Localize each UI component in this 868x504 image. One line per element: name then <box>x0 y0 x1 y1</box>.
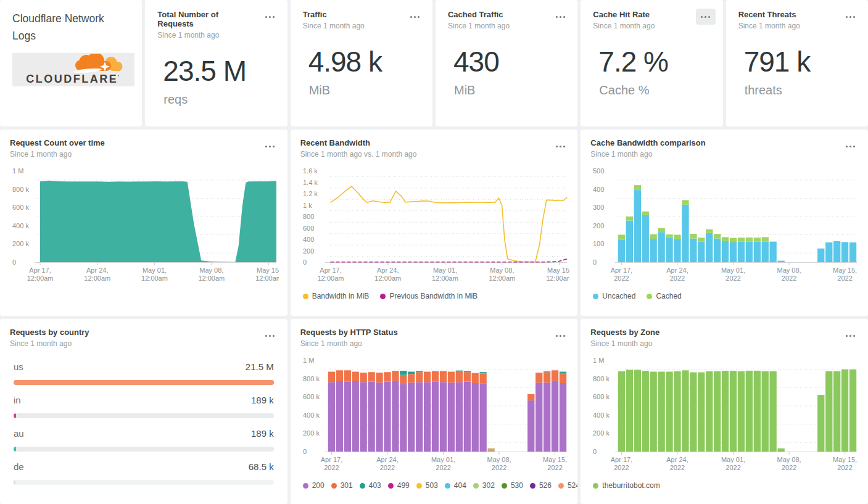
svg-text:Apr 24,: Apr 24, <box>86 266 108 274</box>
stat-subtitle: Since 1 month ago <box>448 22 565 30</box>
svg-text:400 k: 400 k <box>12 222 29 229</box>
menu-button[interactable] <box>260 9 280 25</box>
svg-text:12:00am: 12:00am <box>198 275 225 282</box>
legend-item-526[interactable]: 526 <box>530 481 552 490</box>
legend-item-530[interactable]: 530 <box>502 481 523 490</box>
svg-text:1 M: 1 M <box>12 167 23 175</box>
svg-text:Apr 17,: Apr 17, <box>320 456 342 463</box>
svg-text:12:00am: 12:00am <box>432 275 458 282</box>
svg-text:200 k: 200 k <box>593 429 610 437</box>
svg-text:400: 400 <box>303 236 314 243</box>
legend-item-uncached[interactable]: Uncached <box>593 292 635 300</box>
svg-text:2022: 2022 <box>491 464 506 471</box>
svg-text:May 15,: May 15, <box>543 456 567 463</box>
svg-text:2022: 2022 <box>726 275 741 282</box>
stat-subtitle: Since 1 month ago <box>157 31 275 39</box>
country-row-au: au189 k <box>14 428 274 452</box>
legend-dot-icon <box>303 483 308 489</box>
stat-value: 7.2 % <box>598 45 710 78</box>
menu-button[interactable] <box>841 9 861 25</box>
menu-button[interactable] <box>841 138 861 154</box>
country-value: 21.5 M <box>246 361 274 372</box>
svg-text:May 01,: May 01, <box>433 266 457 274</box>
legend-item-404[interactable]: 404 <box>445 481 466 490</box>
legend-item-cached[interactable]: Cached <box>647 292 681 300</box>
legend-label: 200 <box>312 481 324 490</box>
cloudflare-cloud-icon <box>58 54 131 73</box>
legend-item-499[interactable]: 499 <box>388 481 410 490</box>
menu-button[interactable] <box>696 9 716 25</box>
svg-text:May 15,: May 15, <box>833 456 857 463</box>
svg-text:800: 800 <box>303 213 314 220</box>
menu-button[interactable] <box>260 138 280 154</box>
legend-item-200[interactable]: 200 <box>303 481 324 490</box>
svg-text:2022: 2022 <box>670 275 685 282</box>
recent-bandwidth-chart[interactable]: 02004006008001 k1.2 k1.4 k1.6 kApr 17,12… <box>300 163 568 289</box>
svg-text:Apr 17,: Apr 17, <box>611 266 632 274</box>
zone-chart[interactable]: 0200 k400 k600 k800 k1 MApr 17,2022Apr 2… <box>590 353 858 479</box>
svg-text:May 15,: May 15, <box>257 266 279 274</box>
svg-text:200: 200 <box>303 247 314 255</box>
menu-button[interactable] <box>550 138 570 154</box>
svg-text:2022: 2022 <box>614 464 629 471</box>
menu-button[interactable] <box>405 9 425 25</box>
charts-row-2: Requests by country Since 1 month ago us… <box>0 319 868 504</box>
chart-subtitle: Since 1 month ago <box>10 339 278 348</box>
svg-text:0: 0 <box>303 258 307 266</box>
svg-text:Apr 17,: Apr 17, <box>320 266 341 274</box>
chart-subtitle: Since 1 month ago <box>300 339 568 348</box>
chart-card-request-count: Request Count over time Since 1 month ag… <box>0 130 287 316</box>
legend-label: 301 <box>341 481 353 490</box>
svg-text:May 08,: May 08, <box>487 456 511 463</box>
menu-button[interactable] <box>550 328 570 344</box>
cache-bandwidth-chart[interactable]: 0100200300400500Apr 17,2022Apr 24,2022Ma… <box>590 163 858 289</box>
legend-item-301[interactable]: 301 <box>331 481 353 490</box>
http-status-chart[interactable]: 0200 k400 k600 k800 k1 MApr 17,2022Apr 2… <box>300 353 568 479</box>
menu-button[interactable] <box>550 9 570 25</box>
legend-item-theburritobot-com[interactable]: theburritobot.com <box>593 481 659 490</box>
legend-item-previous-bandwidth-in-mib[interactable]: Previous Bandwidth in MiB <box>380 292 477 300</box>
legend-label: 404 <box>454 481 466 490</box>
svg-text:2022: 2022 <box>379 464 394 471</box>
chart-card-requests-by-country: Requests by country Since 1 month ago us… <box>0 319 287 504</box>
svg-text:May 08,: May 08, <box>777 266 801 274</box>
country-list: us21.5 Min189 kau189 kde68.5 k <box>10 361 278 485</box>
svg-text:0: 0 <box>12 258 16 266</box>
svg-text:1 k: 1 k <box>303 202 312 209</box>
svg-text:0: 0 <box>593 258 597 266</box>
chart-subtitle: Since 1 month ago vs. 1 month ago <box>300 150 568 159</box>
chart-title: Cache Bandwidth comparison <box>590 138 858 147</box>
legend-item-bandwidth-in-mib[interactable]: Bandwidth in MiB <box>303 292 370 300</box>
chart-subtitle: Since 1 month ago <box>10 150 278 159</box>
dashboard: Cloudflare Network Logs CLOU <box>0 0 868 504</box>
legend-dot-icon <box>593 483 598 489</box>
svg-text:Apr 24,: Apr 24, <box>376 456 398 463</box>
stats-row: Cloudflare Network Logs CLOU <box>0 0 868 126</box>
chart-title: Requests by country <box>10 328 278 337</box>
stat-card-cached-traffic: Cached Traffic Since 1 month ago 430 MiB <box>436 0 577 126</box>
svg-text:500: 500 <box>593 167 604 175</box>
request-count-chart[interactable]: 0200 k400 k600 k800 k1 MApr 17,12:00amAp… <box>10 163 278 289</box>
svg-text:May 15,: May 15, <box>547 266 569 274</box>
svg-text:2022: 2022 <box>782 464 796 471</box>
legend-dot-icon <box>593 294 598 299</box>
legend-item-403[interactable]: 403 <box>360 481 381 490</box>
svg-text:600: 600 <box>303 225 314 232</box>
country-bar-track <box>14 480 274 485</box>
svg-text:May 01,: May 01, <box>431 456 455 463</box>
chart-subtitle: Since 1 month ago <box>590 339 858 348</box>
menu-button[interactable] <box>841 328 861 344</box>
stat-subtitle: Since 1 month ago <box>593 22 710 30</box>
legend-item-503[interactable]: 503 <box>416 481 438 490</box>
legend-item-302[interactable]: 302 <box>473 481 495 490</box>
legend-dot-icon <box>388 483 394 489</box>
chart-card-http-status: Requests by HTTP Status Since 1 month ag… <box>291 319 578 504</box>
svg-text:1 M: 1 M <box>303 357 314 364</box>
svg-text:Apr 24,: Apr 24, <box>667 456 688 463</box>
svg-text:12:00am: 12:00am <box>84 275 110 282</box>
brand-card: Cloudflare Network Logs CLOU <box>0 0 142 126</box>
chart-title: Requests by Zone <box>590 328 858 337</box>
svg-text:May 01,: May 01, <box>143 266 167 274</box>
menu-button[interactable] <box>260 328 280 344</box>
legend-item-524[interactable]: 524 <box>558 481 577 490</box>
